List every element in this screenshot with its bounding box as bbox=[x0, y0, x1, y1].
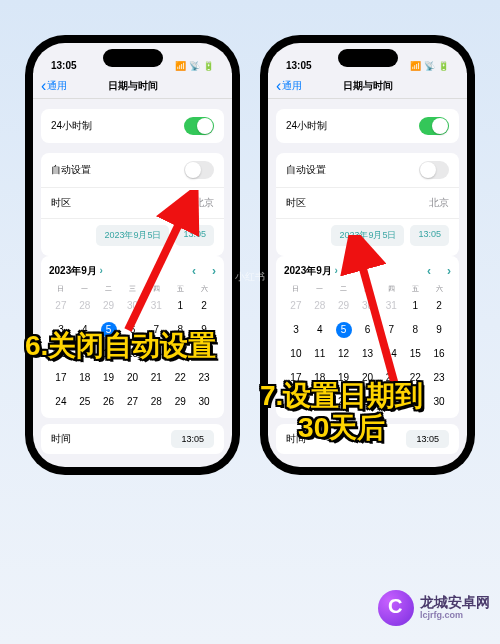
calendar-month-label[interactable]: 2023年9月 bbox=[284, 264, 338, 278]
calendar-day-prevmonth[interactable]: 29 bbox=[332, 298, 356, 314]
calendar-prev-icon[interactable]: ‹ bbox=[427, 264, 431, 278]
weekday-label: 四 bbox=[144, 284, 168, 294]
brand-logo-icon bbox=[378, 590, 414, 626]
calendar-day[interactable]: 1 bbox=[168, 298, 192, 314]
settings-group-datetime: 自动设置 时区 北京 2023年9月5日 13:05 bbox=[41, 153, 224, 256]
label-timezone: 时区 bbox=[51, 196, 71, 210]
calendar-header: 2023年9月 ‹ › bbox=[284, 264, 451, 278]
weekday-label: 五 bbox=[168, 284, 192, 294]
calendar-header: 2023年9月 ‹ › bbox=[49, 264, 216, 278]
calendar-day[interactable]: 2 bbox=[192, 298, 216, 314]
calendar-day[interactable]: 15 bbox=[403, 346, 427, 362]
calendar-day[interactable]: 22 bbox=[168, 370, 192, 386]
page-title: 日期与时间 bbox=[343, 79, 393, 93]
calendar-day[interactable]: 30 bbox=[192, 394, 216, 410]
calendar-nav: ‹ › bbox=[192, 264, 216, 278]
weekday-label: 三 bbox=[121, 284, 145, 294]
calendar-day[interactable]: 3 bbox=[284, 322, 308, 338]
page-title: 日期与时间 bbox=[108, 79, 158, 93]
weekday-label: 二 bbox=[332, 284, 356, 294]
row-timezone[interactable]: 时区 北京 bbox=[276, 188, 459, 219]
wifi-icon: 📡 bbox=[424, 61, 435, 71]
value-timezone: 北京 bbox=[194, 196, 214, 210]
calendar-day[interactable]: 5 bbox=[336, 322, 352, 338]
weekday-label: 四 bbox=[379, 284, 403, 294]
calendar-day[interactable]: 12 bbox=[332, 346, 356, 362]
row-24h: 24小时制 bbox=[276, 109, 459, 143]
weekday-label: 五 bbox=[403, 284, 427, 294]
toggle-24h[interactable] bbox=[419, 117, 449, 135]
label-time: 时间 bbox=[51, 432, 71, 446]
caption-step-7: 7.设置日期到 30天后 bbox=[260, 380, 423, 444]
calendar-weekdays: 日一二三四五六 bbox=[49, 284, 216, 294]
signal-icon: 📶 bbox=[175, 61, 186, 71]
calendar-month-label[interactable]: 2023年9月 bbox=[49, 264, 103, 278]
weekday-label: 三 bbox=[356, 284, 380, 294]
calendar-day[interactable]: 24 bbox=[49, 394, 73, 410]
status-icons: 📶 📡 🔋 bbox=[410, 61, 449, 71]
calendar-day[interactable]: 4 bbox=[308, 322, 332, 338]
calendar-day[interactable]: 7 bbox=[379, 322, 403, 338]
calendar-day[interactable]: 23 bbox=[192, 370, 216, 386]
weekday-label: 一 bbox=[73, 284, 97, 294]
calendar-day[interactable]: 10 bbox=[284, 346, 308, 362]
calendar-day[interactable]: 11 bbox=[308, 346, 332, 362]
pill-time[interactable]: 13:05 bbox=[410, 225, 449, 246]
settings-group-format: 24小时制 bbox=[276, 109, 459, 143]
pill-date[interactable]: 2023年9月5日 bbox=[331, 225, 404, 246]
calendar-day-prevmonth[interactable]: 27 bbox=[284, 298, 308, 314]
time-picker-value[interactable]: 13:05 bbox=[171, 430, 214, 448]
wifi-icon: 📡 bbox=[189, 61, 200, 71]
phone-screen: 13:05 📶 📡 🔋 通用 日期与时间 24小时制 自动设置 时区 北京 20… bbox=[33, 43, 232, 467]
row-time: 时间 13:05 bbox=[41, 424, 224, 454]
calendar-day[interactable]: 21 bbox=[144, 370, 168, 386]
calendar-day[interactable]: 9 bbox=[427, 322, 451, 338]
row-timezone[interactable]: 时区 北京 bbox=[41, 188, 224, 219]
calendar-prev-icon[interactable]: ‹ bbox=[192, 264, 196, 278]
calendar-day[interactable]: 8 bbox=[403, 322, 427, 338]
calendar-day[interactable]: 13 bbox=[356, 346, 380, 362]
status-time: 13:05 bbox=[51, 60, 77, 71]
calendar-day-prevmonth[interactable]: 28 bbox=[308, 298, 332, 314]
calendar-day[interactable]: 25 bbox=[73, 394, 97, 410]
calendar-day-prevmonth[interactable]: 30 bbox=[121, 298, 145, 314]
calendar-day[interactable]: 6 bbox=[356, 322, 380, 338]
calendar-day-prevmonth[interactable]: 28 bbox=[73, 298, 97, 314]
calendar-day[interactable]: 29 bbox=[168, 394, 192, 410]
calendar-day-prevmonth[interactable]: 29 bbox=[97, 298, 121, 314]
calendar-day[interactable]: 28 bbox=[144, 394, 168, 410]
toggle-auto-set[interactable] bbox=[419, 161, 449, 179]
calendar-day-prevmonth[interactable]: 31 bbox=[144, 298, 168, 314]
calendar-next-icon[interactable]: › bbox=[447, 264, 451, 278]
calendar-day[interactable]: 23 bbox=[427, 370, 451, 386]
phone-pair: 13:05 📶 📡 🔋 通用 日期与时间 24小时制 自动设置 时区 北京 20… bbox=[0, 0, 500, 475]
weekday-label: 一 bbox=[308, 284, 332, 294]
calendar-day[interactable]: 17 bbox=[49, 370, 73, 386]
calendar-day[interactable]: 27 bbox=[121, 394, 145, 410]
pill-time[interactable]: 13:05 bbox=[175, 225, 214, 246]
calendar-day[interactable]: 1 bbox=[403, 298, 427, 314]
calendar-day[interactable]: 14 bbox=[379, 346, 403, 362]
pill-date[interactable]: 2023年9月5日 bbox=[96, 225, 169, 246]
caption-step-6: 6.关闭自动设置 bbox=[25, 330, 216, 362]
brand-name: 龙城安卓网 bbox=[420, 594, 490, 610]
battery-icon: 🔋 bbox=[438, 61, 449, 71]
calendar-next-icon[interactable]: › bbox=[212, 264, 216, 278]
back-button[interactable]: 通用 bbox=[41, 79, 67, 93]
calendar-day-prevmonth[interactable]: 27 bbox=[49, 298, 73, 314]
calendar-day[interactable]: 16 bbox=[427, 346, 451, 362]
toggle-24h[interactable] bbox=[184, 117, 214, 135]
calendar-day-prevmonth[interactable]: 30 bbox=[356, 298, 380, 314]
calendar-day[interactable]: 19 bbox=[97, 370, 121, 386]
back-button[interactable]: 通用 bbox=[276, 79, 302, 93]
calendar-day[interactable]: 18 bbox=[73, 370, 97, 386]
label-auto-set: 自动设置 bbox=[286, 163, 326, 177]
calendar-day[interactable]: 2 bbox=[427, 298, 451, 314]
toggle-auto-set[interactable] bbox=[184, 161, 214, 179]
calendar-day[interactable]: 26 bbox=[97, 394, 121, 410]
calendar-nav: ‹ › bbox=[427, 264, 451, 278]
calendar-day[interactable]: 30 bbox=[427, 394, 451, 410]
nav-header: 通用 日期与时间 bbox=[268, 73, 467, 99]
calendar-day[interactable]: 20 bbox=[121, 370, 145, 386]
calendar-day-prevmonth[interactable]: 31 bbox=[379, 298, 403, 314]
